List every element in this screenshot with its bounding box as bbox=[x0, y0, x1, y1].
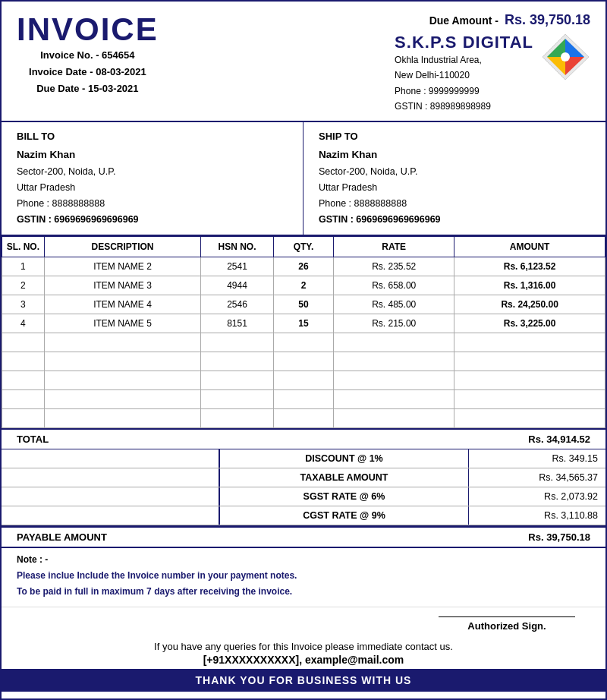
bill-to-gstin-label: GSTIN : bbox=[17, 214, 52, 225]
signature-section: Authorized Sign. bbox=[2, 607, 605, 635]
discount-value: Rs. 349.15 bbox=[469, 449, 605, 468]
signature-line bbox=[439, 616, 575, 617]
th-hsn: HSN NO. bbox=[201, 236, 273, 257]
discount-row: DISCOUNT @ 1% Rs. 349.15 bbox=[2, 449, 605, 468]
due-date-value: 15-03-2021 bbox=[88, 83, 139, 94]
contact-info: [+91XXXXXXXXXX], example@mail.com bbox=[17, 654, 590, 666]
payable-row: PAYABLE AMOUNT Rs. 39,750.18 bbox=[2, 526, 605, 548]
cell-amount: Rs. 3,225.00 bbox=[454, 314, 605, 333]
cell-hsn: 8151 bbox=[201, 314, 273, 333]
due-amount-row: Due Amount - Rs. 39,750.18 bbox=[429, 12, 590, 28]
th-slno: SL. NO. bbox=[2, 236, 45, 257]
invoice-meta: Invoice No. - 654654 Invoice Date - 08-0… bbox=[17, 47, 159, 97]
ship-to-name: Nazim Khan bbox=[319, 147, 590, 164]
empty-row bbox=[2, 389, 605, 408]
cell-qty: 15 bbox=[273, 314, 334, 333]
empty-row bbox=[2, 333, 605, 352]
notes-section: Note : - Please inclue Include the Invoi… bbox=[2, 548, 605, 607]
company-phone: Phone : 9999999999 bbox=[395, 84, 533, 99]
total-value: Rs. 34,914.52 bbox=[528, 434, 590, 445]
header: INVOICE Invoice No. - 654654 Invoice Dat… bbox=[2, 2, 605, 122]
empty-row bbox=[2, 408, 605, 427]
ship-to-phone-label: Phone : bbox=[319, 198, 351, 209]
ship-to-gstin-value: 6969696969696969 bbox=[356, 214, 440, 225]
company-address1: Okhla Industrial Area, bbox=[395, 52, 533, 68]
bill-to-col: BILL TO Nazim Khan Sector-200, Noida, U.… bbox=[2, 122, 304, 235]
cell-hsn: 2541 bbox=[201, 257, 273, 276]
cell-rate: Rs. 235.52 bbox=[334, 257, 454, 276]
sgst-row: SGST RATE @ 6% Rs. 2,073.92 bbox=[2, 487, 605, 506]
cell-hsn: 2546 bbox=[201, 295, 273, 314]
ship-to-phone-value: 8888888888 bbox=[354, 198, 407, 209]
taxable-label: TAXABLE AMOUNT bbox=[219, 468, 469, 487]
bill-to-name: Nazim Khan bbox=[17, 147, 288, 164]
ship-to-phone: Phone : 8888888888 bbox=[319, 196, 590, 212]
ship-to-gstin-label: GSTIN : bbox=[319, 214, 354, 225]
invoice-no-label: Invoice No. - bbox=[40, 49, 99, 61]
taxable-value: Rs. 34,565.37 bbox=[469, 468, 605, 487]
table-row: 4 ITEM NAME 5 8151 15 Rs. 215.00 Rs. 3,2… bbox=[2, 314, 605, 333]
th-rate: RATE bbox=[334, 236, 454, 257]
company-phone-value: 9999999999 bbox=[429, 86, 480, 96]
bill-to-gstin-value: 6969696969696969 bbox=[54, 214, 138, 225]
discount-label: DISCOUNT @ 1% bbox=[219, 449, 469, 468]
due-date-label: Due Date - bbox=[36, 83, 85, 94]
invoice-title: INVOICE bbox=[17, 12, 159, 47]
cell-amount: Rs. 6,123.52 bbox=[454, 257, 605, 276]
th-desc: DESCRIPTION bbox=[44, 236, 201, 257]
cell-sl: 1 bbox=[2, 257, 45, 276]
signature-box: Authorized Sign. bbox=[439, 616, 575, 632]
company-address2: New Delhi-110020 bbox=[395, 68, 533, 83]
contact-line: If you have any queries for this Invoice… bbox=[17, 641, 590, 652]
cgst-label: CGST RATE @ 9% bbox=[219, 506, 469, 525]
thankyou-footer: THANK YOU FOR BUSINESS WITH US bbox=[2, 669, 605, 692]
invoice-date-label: Invoice Date - bbox=[29, 66, 93, 77]
billing-section: BILL TO Nazim Khan Sector-200, Noida, U.… bbox=[2, 122, 605, 236]
table-row: 3 ITEM NAME 4 2546 50 Rs. 485.00 Rs. 24,… bbox=[2, 295, 605, 314]
cell-qty: 26 bbox=[273, 257, 334, 276]
bill-to-phone-value: 8888888888 bbox=[52, 198, 105, 209]
cell-rate: Rs. 215.00 bbox=[334, 314, 454, 333]
total-row: TOTAL Rs. 34,914.52 bbox=[2, 428, 605, 449]
company-gstin-label: GSTIN : bbox=[395, 101, 427, 112]
cell-desc: ITEM NAME 3 bbox=[44, 276, 201, 295]
company-details: Okhla Industrial Area, New Delhi-110020 … bbox=[395, 52, 533, 115]
table-row: 2 ITEM NAME 3 4944 2 Rs. 658.00 Rs. 1,31… bbox=[2, 276, 605, 295]
cell-qty: 50 bbox=[273, 295, 334, 314]
bill-to-address1: Sector-200, Noida, U.P. bbox=[17, 164, 288, 180]
invoice-wrapper: INVOICE Invoice No. - 654654 Invoice Dat… bbox=[0, 0, 607, 700]
header-right: Due Amount - Rs. 39,750.18 S.K.P.S DIGIT… bbox=[395, 12, 590, 115]
payable-label: PAYABLE AMOUNT bbox=[17, 531, 107, 543]
due-amount-label: Due Amount - bbox=[429, 14, 498, 27]
due-date-row: Due Date - 15-03-2021 bbox=[17, 80, 159, 97]
sgst-value: Rs. 2,073.92 bbox=[469, 487, 605, 506]
cell-hsn: 4944 bbox=[201, 276, 273, 295]
cell-desc: ITEM NAME 5 bbox=[44, 314, 201, 333]
company-gstin-value: 898989898989 bbox=[430, 101, 491, 112]
table-row: 1 ITEM NAME 2 2541 26 Rs. 235.52 Rs. 6,1… bbox=[2, 257, 605, 276]
bill-to-header: BILL TO bbox=[17, 128, 288, 145]
invoice-no-row: Invoice No. - 654654 bbox=[17, 47, 159, 64]
summary-section: DISCOUNT @ 1% Rs. 349.15 TAXABLE AMOUNT … bbox=[2, 449, 605, 526]
cell-qty: 2 bbox=[273, 276, 334, 295]
bill-to-gstin: GSTIN : 6969696969696969 bbox=[17, 212, 288, 228]
cgst-row: CGST RATE @ 9% Rs. 3,110.88 bbox=[2, 506, 605, 525]
header-left: INVOICE Invoice No. - 654654 Invoice Dat… bbox=[17, 12, 159, 97]
notes-line1: Please inclue Include the Invoice number… bbox=[17, 568, 590, 601]
company-name: S.K.P.S DIGITAL bbox=[395, 33, 533, 52]
ship-to-address2: Uttar Pradesh bbox=[319, 180, 590, 196]
cell-amount: Rs. 24,250.00 bbox=[454, 295, 605, 314]
company-logo bbox=[541, 33, 590, 82]
cell-sl: 2 bbox=[2, 276, 45, 295]
payable-value: Rs. 39,750.18 bbox=[528, 531, 590, 543]
empty-row bbox=[2, 352, 605, 370]
cell-rate: Rs. 485.00 bbox=[334, 295, 454, 314]
ship-to-address1: Sector-200, Noida, U.P. bbox=[319, 164, 590, 180]
items-table: SL. NO. DESCRIPTION HSN NO. QTY. RATE AM… bbox=[2, 236, 605, 428]
company-gstin: GSTIN : 898989898989 bbox=[395, 99, 533, 114]
contact-section: If you have any queries for this Invoice… bbox=[2, 635, 605, 669]
bill-to-address2: Uttar Pradesh bbox=[17, 180, 288, 196]
invoice-date-row: Invoice Date - 08-03-2021 bbox=[17, 64, 159, 80]
sgst-label: SGST RATE @ 6% bbox=[219, 487, 469, 506]
company-section: S.K.P.S DIGITAL Okhla Industrial Area, N… bbox=[395, 33, 590, 115]
